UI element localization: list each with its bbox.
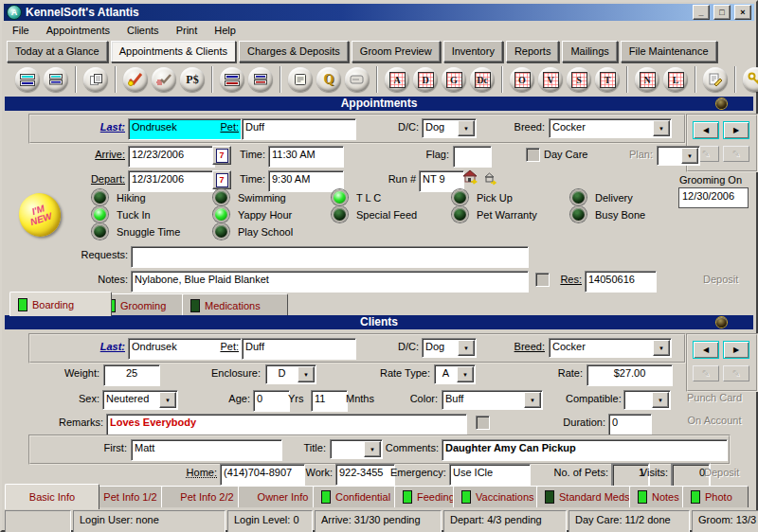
weight-field[interactable]: 25 <box>103 364 160 386</box>
transfer-run-button[interactable] <box>483 171 497 186</box>
service-led-busy-bone[interactable] <box>570 206 587 222</box>
bottomtab-photo[interactable]: Photo <box>682 486 749 507</box>
depart-calendar-button[interactable]: 7 <box>212 170 231 189</box>
compatible-select[interactable]: ▼ <box>623 390 671 410</box>
calendar-l-button[interactable]: L <box>663 67 688 92</box>
menu-print[interactable]: Print <box>168 23 207 38</box>
rate-field[interactable]: $27.00 <box>587 364 673 386</box>
calendar-a-button[interactable]: A <box>385 67 409 92</box>
client-prev-record-button[interactable]: ◀ <box>693 341 719 359</box>
tab-file-maintenance[interactable]: File Maintenance <box>621 41 717 62</box>
reservations-list-button[interactable] <box>15 67 40 92</box>
age-months-field[interactable]: 11 <box>311 390 348 412</box>
dropdown-arrow-icon[interactable]: ▼ <box>653 340 670 356</box>
dropdown-arrow-icon[interactable]: ▼ <box>364 441 381 457</box>
color-select[interactable]: Buff▼ <box>442 390 543 410</box>
tab-today-at-a-glance[interactable]: Today at a Glance <box>7 41 108 62</box>
dropdown-arrow-icon[interactable]: ▼ <box>159 392 176 408</box>
calendar-t-button[interactable]: T <box>595 67 620 92</box>
depart-time-field[interactable]: 9:30 AM <box>268 170 344 192</box>
charges-list-button[interactable] <box>220 67 244 92</box>
dropdown-arrow-icon[interactable]: ▼ <box>524 392 541 408</box>
enclosure-select[interactable]: D▼ <box>265 364 316 384</box>
edit-note-button[interactable] <box>703 67 728 92</box>
service-led-yappy-hour[interactable] <box>213 206 229 222</box>
arrive-calendar-button[interactable]: 7 <box>212 146 231 165</box>
calendar-v-button[interactable]: V <box>538 67 563 92</box>
maximize-button[interactable]: □ <box>713 5 731 20</box>
bottomtab-basic-info[interactable]: Basic Info <box>5 484 99 509</box>
remarks-field[interactable]: Loves Everybody <box>106 414 467 435</box>
tab-groom-preview[interactable]: Groom Preview <box>352 41 441 62</box>
service-led-hiking[interactable] <box>92 189 108 205</box>
minimize-button[interactable]: _ <box>693 5 710 20</box>
tab-reports[interactable]: Reports <box>506 41 560 62</box>
calendar-s-button[interactable]: S <box>567 67 591 92</box>
charges-list-small-button[interactable] <box>248 67 273 92</box>
dropdown-arrow-icon[interactable]: ▼ <box>681 148 698 164</box>
dropdown-arrow-icon[interactable]: ▼ <box>458 120 475 136</box>
client-pet-field[interactable]: Duff <box>242 338 356 360</box>
calendar-n-button[interactable]: N <box>635 67 659 92</box>
arrive-time-field[interactable]: 11:30 AM <box>268 146 344 168</box>
arrive-date-field[interactable]: 12/23/2006 <box>128 146 215 168</box>
move-run-button[interactable] <box>462 169 478 186</box>
remarks-checkbox[interactable] <box>476 416 490 430</box>
menu-appointments[interactable]: Appointments <box>38 23 118 38</box>
flag-field[interactable] <box>453 146 492 168</box>
day-care-checkbox[interactable] <box>526 148 540 162</box>
pricing-button[interactable]: P$ <box>180 67 205 92</box>
res-field[interactable]: 14050616 <box>585 271 657 293</box>
tab-mailings[interactable]: Mailings <box>562 41 617 62</box>
service-led-snuggle-time[interactable] <box>92 223 108 239</box>
requests-field[interactable] <box>131 246 529 268</box>
close-button[interactable]: × <box>734 5 751 20</box>
appt-breed-select[interactable]: Cocker▼ <box>549 118 672 138</box>
calendar-g-button[interactable]: G <box>442 67 466 92</box>
service-led-tuck-in[interactable] <box>92 206 108 222</box>
res-checkbox[interactable] <box>535 273 550 287</box>
check-out-button[interactable] <box>152 67 176 92</box>
dropdown-arrow-icon[interactable]: ▼ <box>653 120 670 136</box>
subtab-medications[interactable]: Medications <box>182 293 288 316</box>
calendar-o-button[interactable]: O <box>510 67 534 92</box>
age-years-field[interactable]: 0 <box>253 390 290 412</box>
service-led-pick-up[interactable] <box>452 189 468 205</box>
tab-charges-deposits[interactable]: Charges & Deposits <box>239 41 349 62</box>
copy-button[interactable] <box>83 67 108 92</box>
subtab-boarding[interactable]: Boarding <box>9 292 112 316</box>
client-breed-select[interactable]: Cocker▼ <box>549 338 672 358</box>
service-led-delivery[interactable] <box>570 189 587 205</box>
first-field[interactable]: Matt <box>131 439 282 461</box>
service-led-swimming[interactable] <box>213 189 229 205</box>
dropdown-arrow-icon[interactable]: ▼ <box>458 340 475 356</box>
service-led-tlc[interactable] <box>332 189 348 205</box>
notes-button[interactable] <box>288 67 313 92</box>
service-led-pet-warranty[interactable] <box>452 206 468 222</box>
dropdown-arrow-icon[interactable]: ▼ <box>457 366 474 382</box>
emergency-field[interactable]: Use ICle <box>449 464 531 486</box>
plan-select[interactable]: ▼ <box>657 146 700 166</box>
client-dc-select[interactable]: Dog▼ <box>422 338 477 358</box>
menu-clients[interactable]: Clients <box>118 23 168 38</box>
card-swipe-button[interactable] <box>345 67 370 92</box>
notes-field[interactable]: Nylabone, Blue Plaid Blanket <box>131 271 529 293</box>
tab-appointments-clients[interactable]: Appointments & Clients <box>111 41 236 62</box>
home-phone-field[interactable]: (414)704-8907 <box>220 464 305 486</box>
check-in-button[interactable] <box>123 67 148 92</box>
menu-file[interactable]: File <box>4 23 38 38</box>
appt-dc-select[interactable]: Dog▼ <box>422 118 477 138</box>
client-next-record-button[interactable]: ▶ <box>723 341 749 359</box>
security-key-button[interactable] <box>743 67 758 92</box>
calendar-d-button[interactable]: D <box>413 67 438 92</box>
title-select[interactable]: ▼ <box>330 439 383 459</box>
sex-select[interactable]: Neutered▼ <box>102 390 178 410</box>
calendar-dc-button[interactable]: Dc <box>470 67 495 92</box>
duration-field[interactable]: 0 <box>608 414 652 435</box>
service-led-special-feed[interactable] <box>332 206 348 222</box>
dropdown-arrow-icon[interactable]: ▼ <box>298 366 315 382</box>
depart-date-field[interactable]: 12/31/2006 <box>128 170 215 192</box>
appt-pet-field[interactable]: Duff <box>242 118 356 140</box>
dropdown-arrow-icon[interactable]: ▼ <box>652 392 669 408</box>
appt-next-record-button[interactable]: ▶ <box>723 121 749 139</box>
